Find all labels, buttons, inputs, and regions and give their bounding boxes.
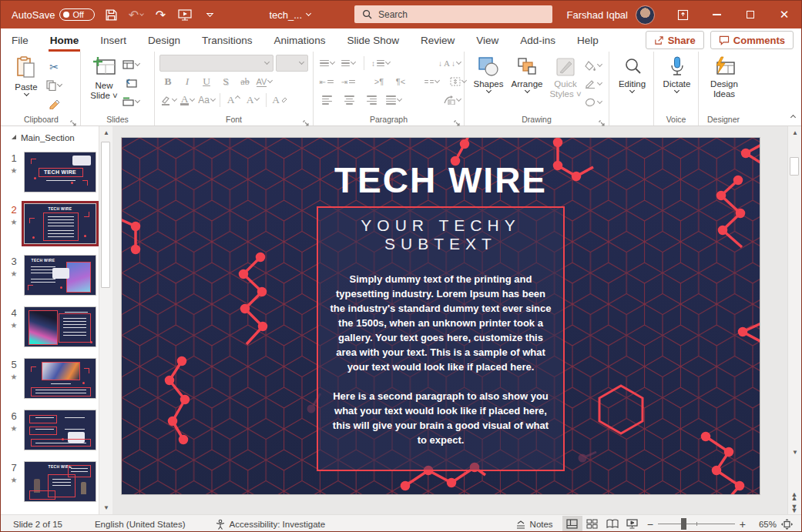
zoom-slider[interactable] <box>658 524 735 524</box>
cut-icon[interactable]: ✂ <box>45 59 62 75</box>
ltr-direction-button[interactable]: >¶ <box>371 74 388 89</box>
share-button[interactable]: Share <box>646 31 704 49</box>
language-indicator[interactable]: English (United States) <box>86 520 195 529</box>
tab-file[interactable]: File <box>1 28 39 52</box>
thumbnail-canvas[interactable] <box>24 410 96 450</box>
align-right-button[interactable] <box>363 92 380 108</box>
align-left-button[interactable] <box>318 92 335 108</box>
thumbnail-canvas[interactable]: TECH WIRE <box>24 255 96 296</box>
section-header[interactable]: Main_Section <box>1 126 112 147</box>
tab-help[interactable]: Help <box>566 28 609 52</box>
zoom-in-icon[interactable]: + <box>740 518 746 530</box>
redo-icon[interactable]: ↷ <box>152 6 169 23</box>
slide-body-text[interactable]: Simply dummy text of the printing and ty… <box>318 272 563 447</box>
save-icon[interactable] <box>102 6 119 23</box>
search-input[interactable]: Search <box>354 5 552 23</box>
editing-button[interactable]: Editing <box>614 54 650 112</box>
thumbnail-canvas[interactable] <box>24 358 96 399</box>
slide-thumbnail-5[interactable]: 5★ <box>4 358 112 399</box>
text-shadow-button[interactable]: S <box>217 74 234 89</box>
shape-effects-icon[interactable] <box>585 95 602 110</box>
tab-insert[interactable]: Insert <box>89 28 137 52</box>
tab-home[interactable]: Home <box>39 28 90 52</box>
font-name-select[interactable] <box>159 55 273 72</box>
slide-thumbnail-4[interactable]: 4★ <box>4 306 112 347</box>
justify-button[interactable] <box>385 92 402 108</box>
slide-thumbnail-3[interactable]: 3★ TECH WIRE <box>4 255 112 296</box>
undo-icon[interactable]: ↶ <box>127 6 144 23</box>
columns-button[interactable] <box>423 74 440 89</box>
slide-thumbnail-1[interactable]: 1★ TECH WIRE <box>4 152 112 192</box>
collapse-ribbon-icon[interactable] <box>791 109 795 122</box>
increase-font-size-button[interactable]: A <box>225 92 242 108</box>
align-center-button[interactable] <box>341 92 357 108</box>
ribbon-display-options-icon[interactable] <box>666 1 700 28</box>
convert-to-smartart-button[interactable] <box>443 92 461 108</box>
arrange-button[interactable]: Arrange <box>508 54 546 112</box>
tab-view[interactable]: View <box>465 28 509 52</box>
canvas-scroll-down-icon[interactable]: ▼ <box>788 446 802 459</box>
clipboard-dialog-launcher-icon[interactable] <box>70 116 78 124</box>
highlight-color-button[interactable] <box>159 92 176 108</box>
tab-transitions[interactable]: Transitions <box>191 28 263 52</box>
slide-thumbnail-6[interactable]: 6★ <box>4 410 112 450</box>
rtl-direction-button[interactable]: ¶< <box>392 74 409 89</box>
shape-outline-icon[interactable] <box>585 76 602 92</box>
zoom-out-icon[interactable]: − <box>647 518 653 530</box>
scroll-up-icon[interactable]: ▲ <box>99 126 112 139</box>
canvas-scroll-up-icon[interactable]: ▲ <box>788 126 802 139</box>
zoom-slider-thumb[interactable] <box>681 518 686 530</box>
italic-button[interactable]: I <box>179 74 196 89</box>
dictate-button[interactable]: Dictate <box>659 54 695 112</box>
slide-title-text[interactable]: TECH WIRE <box>122 159 760 201</box>
slide-text-box[interactable]: YOUR TECHY SUBTEXT Simply dummy text of … <box>317 206 565 471</box>
font-size-select[interactable] <box>276 55 308 72</box>
font-color-button[interactable]: A <box>179 92 196 108</box>
paragraph-dialog-launcher-icon[interactable] <box>454 116 461 124</box>
next-slide-icon[interactable]: ▼▼ <box>791 505 798 513</box>
canvas-scrollbar[interactable]: ▲ ▼ ▲▲ ▼▼ <box>787 126 801 514</box>
canvas-scrollbar-thumb[interactable] <box>790 157 799 176</box>
new-slide-button[interactable]: New Slide ˅ <box>86 54 122 112</box>
quick-styles-button[interactable]: Quick Styles ˅ <box>546 54 585 112</box>
increase-indent-button[interactable]: ⇥ <box>340 74 357 89</box>
decrease-font-size-button[interactable]: A <box>244 92 261 108</box>
tab-slide-show[interactable]: Slide Show <box>336 28 410 52</box>
strikethrough-button[interactable]: ab <box>237 74 253 89</box>
bold-button[interactable]: B <box>159 74 176 89</box>
accessibility-checker[interactable]: Accessibility: Investigate <box>206 519 335 530</box>
thumbnail-scrollbar[interactable]: ▲ ▼ <box>99 126 112 514</box>
drawing-dialog-launcher-icon[interactable] <box>599 116 606 124</box>
notes-button[interactable]: Notes <box>506 520 562 529</box>
bullets-button[interactable] <box>318 55 335 71</box>
thumbnail-canvas[interactable]: TECH WIRE <box>24 461 96 502</box>
tab-animations[interactable]: Animations <box>263 28 337 52</box>
autosave-switch[interactable]: Off <box>59 8 95 21</box>
numbering-button[interactable] <box>340 55 357 71</box>
customize-qat-icon[interactable] <box>201 6 218 23</box>
tab-review[interactable]: Review <box>410 28 465 52</box>
tab-add-ins[interactable]: Add-ins <box>509 28 566 52</box>
reset-slide-icon[interactable] <box>122 75 139 91</box>
previous-slide-icon[interactable]: ▲▲ <box>791 493 798 500</box>
shapes-button[interactable]: Shapes <box>469 54 508 112</box>
user-name[interactable]: Farshad Iqbal <box>567 9 629 21</box>
thumbnail-canvas[interactable] <box>24 306 96 347</box>
scrollbar-thumb[interactable] <box>101 142 110 288</box>
text-direction-button[interactable]: ↓A↓ <box>438 55 461 71</box>
normal-view-button[interactable] <box>562 516 582 532</box>
comments-button[interactable]: Comments <box>710 31 794 49</box>
clear-formatting-button[interactable]: A <box>271 92 288 108</box>
slide-editor[interactable]: TECH WIRE YOUR TECHY SUBTEXT Simply dumm… <box>122 138 760 494</box>
align-text-button[interactable] <box>449 74 466 89</box>
user-avatar[interactable] <box>636 5 655 25</box>
design-ideas-button[interactable]: Design Ideas <box>703 54 745 112</box>
format-painter-icon[interactable] <box>45 96 62 112</box>
slide-subtitle-text[interactable]: YOUR TECHY SUBTEXT <box>318 216 563 253</box>
copy-icon[interactable] <box>45 78 62 93</box>
minimize-button[interactable] <box>700 1 733 28</box>
document-title[interactable]: tech_... <box>269 9 310 21</box>
reading-view-button[interactable] <box>602 516 622 532</box>
paste-button[interactable]: Paste <box>7 54 45 112</box>
shape-fill-icon[interactable] <box>585 58 602 73</box>
